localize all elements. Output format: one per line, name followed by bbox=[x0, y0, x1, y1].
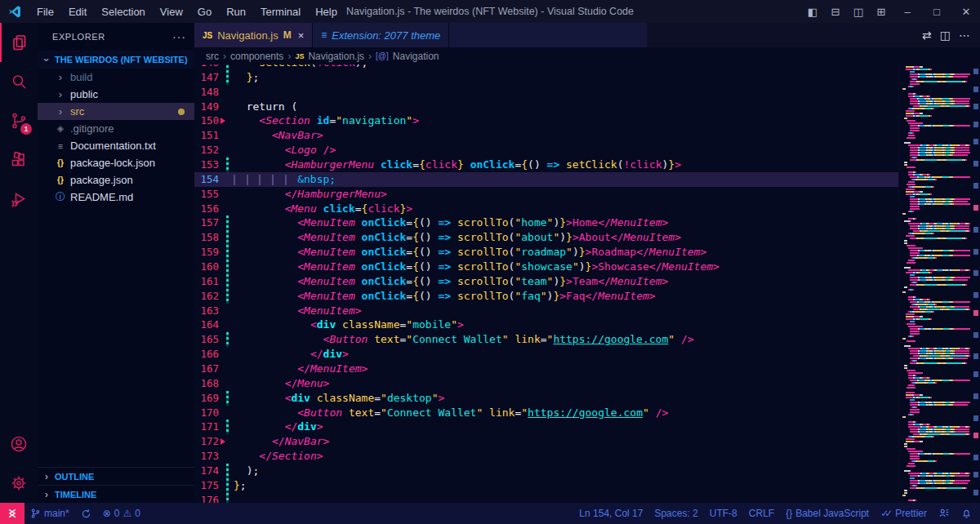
feedback-button[interactable] bbox=[933, 508, 956, 519]
activity-bar: 1 bbox=[0, 23, 38, 503]
explorer-icon[interactable] bbox=[0, 23, 38, 62]
notifications-button[interactable] bbox=[956, 508, 980, 519]
feedback-icon bbox=[938, 508, 950, 519]
code-line-148[interactable]: 148 bbox=[194, 85, 898, 100]
code-line-146[interactable]: 146 setClick(!click); bbox=[194, 64, 898, 70]
menu-run[interactable]: Run bbox=[220, 4, 252, 20]
minimize-button[interactable]: – bbox=[893, 0, 921, 23]
file-item-src[interactable]: ›src bbox=[38, 103, 194, 120]
code-line-166[interactable]: 166 </div> bbox=[194, 347, 898, 362]
outline-section[interactable]: › OUTLINE bbox=[38, 467, 194, 485]
breadcrumb-item-navigation[interactable]: Navigation bbox=[393, 51, 439, 62]
cursor-position[interactable]: Ln 154, Col 17 bbox=[573, 508, 648, 519]
code-line-158[interactable]: 158 <MenuItem onClick={() => scrollTo("a… bbox=[194, 230, 898, 245]
branch-icon bbox=[30, 508, 41, 519]
fold-gutter bbox=[219, 376, 225, 391]
fold-gutter bbox=[219, 143, 225, 158]
file-item-build[interactable]: ›build bbox=[38, 69, 194, 86]
open-changes-icon[interactable]: ⇄ bbox=[922, 29, 932, 42]
code-text: <MenuItem onClick={() => scrollTo("faq")… bbox=[229, 289, 656, 304]
fold-gutter bbox=[219, 464, 225, 478]
minimap[interactable] bbox=[898, 64, 980, 503]
code-line-174[interactable]: 174 ); bbox=[194, 464, 898, 478]
file-item-package-lock.json[interactable]: {}package-lock.json bbox=[38, 154, 194, 171]
remote-indicator[interactable] bbox=[0, 503, 24, 524]
breadcrumb-item-components[interactable]: components bbox=[230, 51, 283, 62]
code-line-175[interactable]: 175}; bbox=[194, 478, 898, 493]
search-icon[interactable] bbox=[0, 62, 38, 101]
menu-view[interactable]: View bbox=[154, 4, 189, 20]
git-branch-status[interactable]: main* bbox=[24, 503, 75, 524]
menu-selection[interactable]: Selection bbox=[95, 4, 151, 20]
menu-help[interactable]: Help bbox=[309, 4, 344, 20]
project-root-folder[interactable]: › THE WEIRDOS (NFT WEBSITE) bbox=[38, 51, 194, 69]
toggle-secondary-sidebar-icon[interactable]: ◫ bbox=[848, 6, 869, 18]
more-actions-icon[interactable]: ⋯ bbox=[959, 29, 970, 42]
sync-status[interactable] bbox=[75, 503, 97, 524]
source-control-icon[interactable]: 1 bbox=[0, 101, 38, 140]
code-line-162[interactable]: 162 <MenuItem onClick={() => scrollTo("f… bbox=[194, 289, 898, 304]
code-line-156[interactable]: 156 <Menu click={click}> bbox=[194, 202, 898, 216]
code-line-149[interactable]: 149 return ( bbox=[194, 100, 898, 114]
code-line-157[interactable]: 157 <MenuItem onClick={() => scrollTo("h… bbox=[194, 215, 898, 230]
code-line-163[interactable]: 163 <MenuItem> bbox=[194, 304, 898, 318]
code-line-165[interactable]: 165 <Button text="Connect Wallet" link="… bbox=[194, 332, 898, 347]
file-item-public[interactable]: ›public bbox=[38, 86, 194, 103]
tab-extension-2077-theme[interactable]: ≡Extension: 2077 theme bbox=[313, 23, 449, 47]
code-line-169[interactable]: 169 <div className="desktop"> bbox=[194, 391, 898, 406]
code-line-155[interactable]: 155 </HamburgerMenu> bbox=[194, 187, 898, 202]
toggle-panel-icon[interactable]: ⊟ bbox=[825, 6, 846, 18]
code-line-160[interactable]: 160 <MenuItem onClick={() => scrollTo("s… bbox=[194, 260, 898, 274]
tab-navigation-js[interactable]: JSNavigation.jsM× bbox=[194, 23, 313, 47]
encoding-status[interactable]: UTF-8 bbox=[704, 508, 743, 519]
code-line-173[interactable]: 173 </Section> bbox=[194, 449, 898, 464]
formatter-status[interactable]: ✓✓ Prettier bbox=[875, 508, 933, 519]
close-button[interactable]: ✕ bbox=[952, 0, 980, 23]
maximize-button[interactable]: □ bbox=[923, 0, 951, 23]
menu-file[interactable]: File bbox=[30, 4, 60, 20]
file-item-README.md[interactable]: ⓘREADME.md bbox=[38, 189, 194, 206]
code-line-153[interactable]: 153 <HamburgerMenu click={click} onClick… bbox=[194, 158, 898, 172]
code-line-167[interactable]: 167 </MenuItem> bbox=[194, 362, 898, 376]
file-item-Documentation.txt[interactable]: ≡Documentation.txt bbox=[38, 137, 194, 154]
menu-edit[interactable]: Edit bbox=[62, 4, 93, 20]
eol-status[interactable]: CRLF bbox=[743, 508, 780, 519]
fold-gutter bbox=[219, 245, 225, 260]
code-line-152[interactable]: 152 <Logo /> bbox=[194, 143, 898, 158]
language-mode[interactable]: {} Babel JavaScript bbox=[780, 508, 875, 519]
code-line-154[interactable]: 154&nbsp; bbox=[194, 172, 898, 187]
code-line-151[interactable]: 151 <NavBar> bbox=[194, 128, 898, 143]
close-icon[interactable]: × bbox=[298, 29, 305, 42]
code-line-147[interactable]: 147 }; bbox=[194, 70, 898, 85]
status-bar: main* ⊗ 0 ⚠ 0 Ln 154, Col 17 Spaces: 2 U… bbox=[0, 503, 980, 524]
settings-gear-icon[interactable] bbox=[0, 464, 38, 503]
file-item-package.json[interactable]: {}package.json bbox=[38, 171, 194, 189]
code-line-159[interactable]: 159 <MenuItem onClick={() => scrollTo("r… bbox=[194, 245, 898, 260]
indentation-status[interactable]: Spaces: 2 bbox=[648, 508, 703, 519]
breadcrumb-item-navigation.js[interactable]: Navigation.js bbox=[308, 51, 364, 62]
customize-layout-icon[interactable]: ⊞ bbox=[871, 6, 892, 18]
file-item-.gitignore[interactable]: ◈.gitignore bbox=[38, 120, 194, 137]
split-editor-icon[interactable]: ◫ bbox=[940, 29, 951, 42]
breadcrumb-item-src[interactable]: src bbox=[206, 51, 219, 62]
code-line-150[interactable]: 150 <Section id="navigation"> bbox=[194, 113, 898, 128]
menu-terminal[interactable]: Terminal bbox=[254, 4, 307, 20]
toggle-sidebar-icon[interactable]: ◧ bbox=[802, 6, 823, 18]
code-line-176[interactable]: 176 bbox=[194, 493, 898, 503]
run-and-debug-icon[interactable] bbox=[0, 180, 38, 219]
code-line-170[interactable]: 170 <Button text="Connect Wallet" link="… bbox=[194, 406, 898, 420]
overview-ruler[interactable] bbox=[972, 64, 980, 503]
menu-go[interactable]: Go bbox=[191, 4, 218, 20]
code-line-164[interactable]: 164 <div className="mobile"> bbox=[194, 318, 898, 332]
explorer-more-actions[interactable]: ··· bbox=[172, 30, 186, 43]
timeline-section[interactable]: › TIMELINE bbox=[38, 485, 194, 503]
code-line-168[interactable]: 168 </Menu> bbox=[194, 376, 898, 391]
problems-status[interactable]: ⊗ 0 ⚠ 0 bbox=[97, 503, 146, 524]
ruler-marker bbox=[973, 371, 978, 377]
code-line-172[interactable]: 172 </NavBar> bbox=[194, 434, 898, 449]
accounts-icon[interactable] bbox=[0, 424, 38, 464]
code-line-161[interactable]: 161 <MenuItem onClick={() => scrollTo("t… bbox=[194, 274, 898, 289]
extensions-icon[interactable] bbox=[0, 140, 38, 180]
code-editor[interactable]: 146 setClick(!click);147 };148149 return… bbox=[194, 64, 898, 503]
code-line-171[interactable]: 171 </div> bbox=[194, 420, 898, 434]
